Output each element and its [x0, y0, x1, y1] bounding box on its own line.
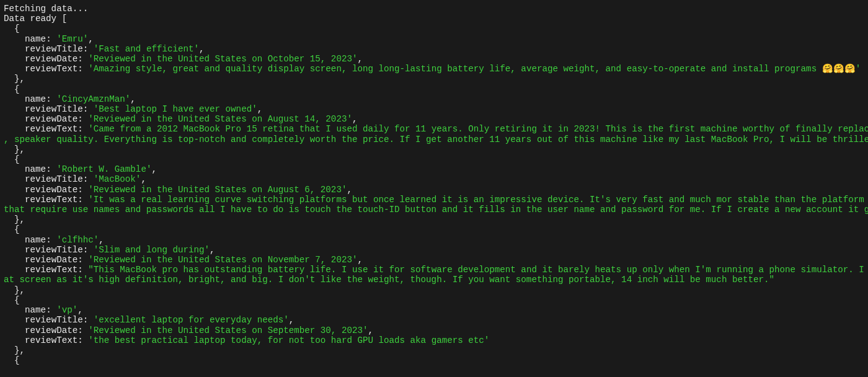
key-review-text: reviewText: [25, 195, 78, 205]
value-name: 'Emru': [56, 34, 88, 44]
key-review-date: reviewDate: [25, 54, 78, 64]
status-ready: Data ready: [4, 14, 62, 24]
value-review-title: 'Fast and efficient': [94, 44, 199, 54]
key-name: name: [25, 34, 46, 44]
key-review-date: reviewDate: [25, 326, 78, 335]
value-review-title: 'MacBook': [94, 174, 141, 184]
array-open-bracket: [: [62, 14, 68, 24]
key-review-title: reviewTitle: [25, 104, 83, 114]
value-review-text: "This MacBook pro has outstanding batter…: [88, 265, 868, 275]
value-review-date: 'Reviewed in the United States on Novemb…: [88, 255, 357, 265]
value-review-title: 'excellent laptop for everyday needs': [94, 315, 289, 325]
value-review-text-continuation: that require use names and passwords all…: [4, 205, 868, 215]
value-review-text: 'It was a real learning curve switching …: [88, 195, 868, 205]
key-review-text: reviewText: [25, 124, 78, 134]
value-review-date: 'Reviewed in the United States on August…: [88, 114, 352, 124]
key-review-text: reviewText: [25, 265, 78, 275]
status-fetching: Fetching data...: [4, 4, 88, 14]
value-review-text-continuation: at screen as it's high definition, brigh…: [4, 275, 774, 285]
value-name: 'CincyAmznMan': [56, 94, 130, 104]
key-review-title: reviewTitle: [25, 245, 83, 255]
key-name: name: [25, 305, 46, 315]
key-name: name: [25, 235, 46, 245]
key-name: name: [25, 164, 46, 174]
value-review-text-continuation: , speaker quality. Everything is top-not…: [4, 135, 868, 144]
key-review-title: reviewTitle: [25, 174, 83, 184]
value-review-text: 'the best practical laptop today, for no…: [88, 335, 489, 345]
key-review-date: reviewDate: [25, 255, 78, 265]
value-review-text: 'Amazing style, great and quality displa…: [88, 64, 861, 74]
key-review-text: reviewText: [25, 335, 78, 345]
value-name: 'clfhhc': [56, 235, 99, 245]
key-name: name: [25, 94, 46, 104]
key-review-text: reviewText: [25, 64, 78, 74]
key-review-title: reviewTitle: [25, 44, 83, 54]
value-review-date: 'Reviewed in the United States on Septem…: [88, 326, 368, 335]
key-review-date: reviewDate: [25, 114, 78, 124]
value-review-title: 'Best laptop I have ever owned': [94, 104, 257, 114]
console-output: Fetching data... Data ready [ { name: 'E…: [0, 0, 868, 365]
value-name: 'vp': [56, 305, 78, 315]
value-review-text: 'Came from a 2012 MacBook Pro 15 retina …: [88, 124, 868, 134]
value-review-date: 'Reviewed in the United States on August…: [88, 185, 347, 195]
value-name: 'Robert W. Gamble': [56, 164, 151, 174]
key-review-title: reviewTitle: [25, 315, 83, 325]
value-review-title: 'Slim and long during': [94, 245, 210, 255]
key-review-date: reviewDate: [25, 185, 78, 195]
value-review-date: 'Reviewed in the United States on Octobe…: [88, 54, 357, 64]
